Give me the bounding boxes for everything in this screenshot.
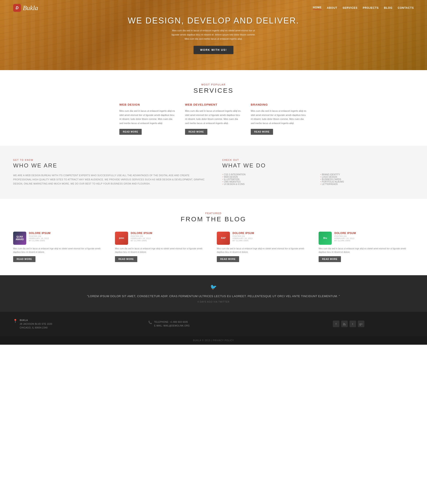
chevron-icon: ›: [320, 173, 321, 176]
services-label: MOST POPULAR: [13, 83, 414, 86]
twitter-quote: "LOREM IPSUM DOLOR SIT AMET, CONSECTETUR…: [13, 294, 414, 299]
what-list-col1: › CSS 3 INTEGRATION › WEB DESIGN › ILLUS…: [222, 173, 316, 185]
list-item: › ILLUSTRATION: [222, 178, 316, 181]
phone-icon: 📞: [148, 321, 152, 324]
social-twitter-button[interactable]: t: [350, 321, 356, 327]
social-googleplus-button[interactable]: g+: [358, 321, 364, 327]
blog-post-3-header: RAP DOLORE IPSUM POSTED ON FEBRUARY 18, …: [217, 232, 312, 245]
service-item-webdesign: WEB DESIGN Mes cum dia sed in lacus ut e…: [119, 103, 176, 135]
blog-post-2-header: jemn DOLORE IPSUM POSTED ON FEBRUARY 19,…: [115, 232, 210, 245]
who-label: GET TO KNOW: [13, 159, 205, 161]
social-facebook-button[interactable]: f: [333, 321, 339, 327]
twitter-section: 🐦 "LOREM IPSUM DOLOR SIT AMET, CONSECTET…: [0, 275, 427, 312]
blog-post-4: Bru DOLORE IPSUM POSTED ON FEBRUARY 19, …: [319, 232, 414, 262]
chevron-icon: ›: [320, 176, 321, 178]
nav-projects[interactable]: PROJECTS: [363, 6, 379, 9]
service-webdev-title: WEB DEVELOPMENT: [185, 103, 242, 106]
service-webdev-readmore[interactable]: READ MORE: [185, 129, 207, 135]
chevron-icon: ›: [222, 183, 223, 185]
list-item: › UI DESIGN & ICONS: [222, 183, 316, 185]
blog-post-2-readmore[interactable]: READ MORE: [115, 256, 137, 262]
blog-post-3-meta: DOLORE IPSUM POSTED ON FEBRUARY 18, 2013…: [233, 232, 254, 242]
blog-post-2: jemn DOLORE IPSUM POSTED ON FEBRUARY 19,…: [115, 232, 210, 262]
footer-social: f t g+: [283, 321, 414, 327]
logo[interactable]: D Bukla: [13, 4, 38, 12]
blog-post-2-meta: DOLORE IPSUM POSTED ON FEBRUARY 19, 2013…: [131, 232, 152, 242]
chevron-icon: ›: [222, 176, 223, 178]
list-item: › PORTFOLIO ALBUMS: [320, 181, 414, 183]
services-title: SERVICES: [13, 87, 414, 94]
service-webdesign-body: Mes cum dia sed in lacus ut enlascet ing…: [119, 109, 176, 125]
twitter-icon: 🐦: [13, 284, 414, 290]
chevron-icon: ›: [222, 178, 223, 180]
blog-thumb-1: QLINX AWARD: [13, 232, 26, 245]
chevron-icon: ›: [222, 181, 223, 183]
service-branding-body: Mes cum dia sed in lacus ut enlascet ing…: [251, 109, 308, 125]
nav-home[interactable]: HOME: [313, 6, 322, 10]
list-item: › BRAND IDENTITY: [320, 173, 414, 176]
svg-point-0: [343, 325, 344, 325]
service-branding-title: BRANDING: [251, 103, 308, 106]
hero-cta-button[interactable]: WORK WITH US!: [194, 46, 233, 54]
service-item-webdev: WEB DEVELOPMENT Mes cum dia sed in lacus…: [185, 103, 242, 135]
what-title: WHAT WE DO: [222, 162, 414, 169]
blog-post-1-readmore[interactable]: READ MORE: [13, 256, 36, 262]
nav-about[interactable]: ABOUT: [327, 6, 337, 9]
blog-post-1: QLINX AWARD DOLORE IPSUM POSTED ON FEBRU…: [13, 232, 108, 262]
list-item: › LOGO DESIGN: [320, 176, 414, 178]
blog-post-3-readmore[interactable]: READ MORE: [217, 256, 239, 262]
blog-post-1-meta: DOLORE IPSUM POSTED ON FEBRUARY 19, 2013…: [29, 232, 51, 242]
blog-post-3: RAP DOLORE IPSUM POSTED ON FEBRUARY 18, …: [217, 232, 312, 262]
hero-subtitle: Mes cum dia sed in lacus ut enlascet ing…: [171, 29, 255, 41]
list-item: › BUSINESS CARDS: [320, 178, 414, 181]
what-list-col2: › BRAND IDENTITY › LOGO DESIGN › BUSINES…: [320, 173, 414, 185]
footer-address: 📍 BUKLA 28 JACKSON BLVD STE 1020 CHICAGO…: [13, 318, 144, 330]
services-grid: WEB DESIGN Mes cum dia sed in lacus ut e…: [119, 103, 308, 135]
nav-blog[interactable]: BLOG: [384, 6, 393, 9]
chevron-icon: ›: [320, 183, 321, 185]
hero-title: WE DESIGN, DEVELOP AND DELIVER.: [128, 16, 299, 25]
service-item-branding: BRANDING Mes cum dia sed in lacus ut enl…: [251, 103, 308, 135]
who-body: WE ARE A WEB DESIGN BUREAU WITH ITS COMP…: [13, 173, 205, 186]
list-item: › CSS 3 INTEGRATION: [222, 173, 316, 176]
chevron-icon: ›: [320, 178, 321, 180]
twitter-time: 4 DAYS AGO VIA TWITTER: [13, 301, 414, 303]
footer: 📍 BUKLA 28 JACKSON BLVD STE 1020 CHICAGO…: [0, 312, 427, 336]
blog-post-1-header: QLINX AWARD DOLORE IPSUM POSTED ON FEBRU…: [13, 232, 108, 245]
header: D Bukla HOME ABOUT SERVICES PROJECTS BLO…: [0, 0, 427, 16]
footer-bottom: BUKLA © 2013 | PRIVACY POLICY: [0, 336, 427, 345]
blog-grid: QLINX AWARD DOLORE IPSUM POSTED ON FEBRU…: [13, 232, 414, 262]
chevron-icon: ›: [222, 173, 223, 176]
services-section: MOST POPULAR SERVICES WEB DESIGN Mes cum…: [0, 70, 427, 146]
nav-contacts[interactable]: CONTACTS: [398, 6, 414, 9]
blog-thumb-4: Bru: [319, 232, 332, 245]
what-we-do: CHECK OUT WHAT WE DO › CSS 3 INTEGRATION…: [222, 159, 414, 186]
list-item: › CMS WEBSITES: [222, 181, 316, 183]
blog-thumb-3: RAP: [217, 232, 230, 245]
blog-post-4-readmore[interactable]: READ MORE: [319, 256, 341, 262]
what-label: CHECK OUT: [222, 159, 414, 161]
main-nav: HOME ABOUT SERVICES PROJECTS BLOG CONTAC…: [313, 6, 414, 10]
service-webdev-body: Mes cum dia sed in lacus ut enlascet ing…: [185, 109, 242, 125]
who-title: WHO WE ARE: [13, 162, 205, 169]
blog-title: FROM THE BLOG: [13, 215, 414, 223]
what-list: › CSS 3 INTEGRATION › WEB DESIGN › ILLUS…: [222, 173, 414, 185]
logo-icon: D: [13, 4, 21, 12]
social-rss-button[interactable]: [341, 321, 348, 327]
location-icon: 📍: [13, 319, 17, 323]
blog-section: FEATURED FROM THE BLOG QLINX AWARD DOLOR…: [0, 199, 427, 275]
service-webdesign-title: WEB DESIGN: [119, 103, 176, 106]
service-webdesign-readmore[interactable]: READ MORE: [119, 129, 142, 135]
blog-thumb-2: jemn: [115, 232, 128, 245]
footer-contact-text: TELEPHONE: +1 800 603 6035 E-MAIL: MAIL@…: [154, 320, 190, 328]
nav-services[interactable]: SERVICES: [343, 6, 357, 9]
footer-contact: 📞 TELEPHONE: +1 800 603 6035 E-MAIL: MAI…: [148, 320, 279, 328]
rss-icon: [343, 323, 346, 326]
list-item: › WEB DESIGN: [222, 176, 316, 178]
list-item: › LETTERHEADS: [320, 183, 414, 185]
blog-post-4-header: Bru DOLORE IPSUM POSTED ON FEBRUARY 19, …: [319, 232, 414, 245]
logo-name: Bukla: [23, 4, 38, 12]
chevron-icon: ›: [320, 181, 321, 183]
service-branding-readmore[interactable]: READ MORE: [251, 129, 273, 135]
blog-post-4-meta: DOLORE IPSUM POSTED ON FEBRUARY 19, 2013…: [334, 232, 356, 242]
